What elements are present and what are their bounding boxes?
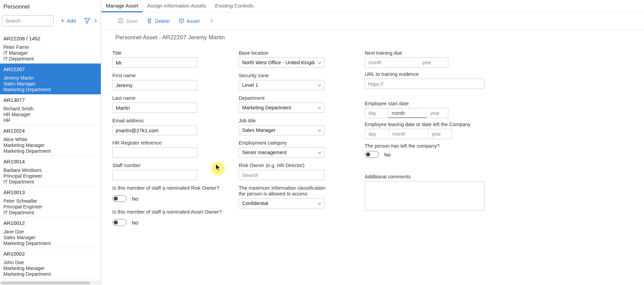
hr-register-input[interactable] [112,147,197,158]
field-label: Next training due [365,50,448,56]
year-segment[interactable]: year [419,58,448,67]
list-item[interactable]: AR10014 Barbara Windsors Principal Engin… [0,156,101,187]
delete-button[interactable]: Delete [146,18,169,25]
max-classification-select[interactable]: Confidential [239,198,324,208]
month-segment[interactable]: month [365,58,419,67]
left-company-toggle[interactable] [365,151,379,158]
tab-bar: Manage Asset Assign Information Assets E… [101,0,644,13]
security-zone-select[interactable]: Level 1 [239,80,324,90]
person-role: Sales Manager [3,81,97,87]
field-label: Additional comments [365,174,485,180]
chevron-down-icon [317,106,322,111]
risk-owner-toggle[interactable] [112,195,127,202]
year-segment[interactable]: year [427,108,448,118]
field-employee-leaving-date: Employee leaving date or date left the C… [365,122,488,139]
person-name: Barbara Windsors [3,167,97,173]
main-content: Manage Asset Assign Information Assets E… [101,0,644,285]
toggle-value: No [384,152,391,158]
person-role: HR Manager [3,112,97,118]
list-item[interactable]: AR12024 Alice White Marketing Manager Ma… [0,125,101,156]
toggle-row: No [365,151,488,158]
sidebar: Personnel + Add AR22208 / 1452 Peter Far… [0,0,101,285]
field-label: Is this member of staff a nominated Risk… [112,185,256,191]
department-select[interactable]: Marketing Department [239,103,324,113]
person-role: Marketing Manager [3,142,97,148]
email-input[interactable] [112,125,197,135]
toggle-row: No [112,195,256,202]
list-item[interactable]: AR10002 John Doe Marketing Manager Marke… [0,248,101,279]
field-label: Job title [239,118,324,124]
tab-assign-information-assets[interactable]: Assign Information Assets [143,0,211,12]
tab-existing-controls[interactable]: Existing Controls [211,0,258,12]
person-dept: Marketing Department [3,271,97,277]
asset-button[interactable]: Asset [179,18,200,25]
field-label: Last name [112,95,197,101]
field-asset-owner-question: Is this member of staff a nominated Asse… [112,209,256,226]
field-left-company: The person has left the company? No [365,143,488,158]
asset-owner-toggle[interactable] [112,219,127,226]
field-hr-register: HR Register reference [112,140,197,158]
field-label: URL to training evidence [365,71,485,77]
field-last-name: Last name [112,95,197,113]
field-label: Is this member of staff a nominated Asse… [112,209,256,215]
field-max-classification: The maximum information classification t… [239,185,326,208]
list-item[interactable]: AR10012 Jane Doe Sales Manager Marketing… [0,217,101,248]
person-role: Sales Manager [3,235,97,241]
field-label: Email address [112,118,197,124]
toolbar-more-chevron-icon[interactable] [209,18,214,24]
person-role: Principal Engineer [3,173,97,179]
toggle-knob [114,196,118,201]
add-button[interactable]: + Add [60,17,76,24]
day-segment[interactable]: day [365,129,389,139]
toolbar: Save Delete Asset [101,13,644,30]
day-segment[interactable]: day [365,108,388,118]
tab-manage-asset[interactable]: Manage Asset [101,0,143,12]
person-name: Alice White [3,137,97,142]
app-window: Personnel + Add AR22208 / 1452 Peter Far… [0,0,644,285]
person-id: AR10014 [3,159,97,164]
year-segment[interactable]: year [428,129,451,139]
month-segment[interactable]: month [388,108,427,118]
toggle-knob [366,152,370,157]
field-label: Risk Owner (e.g. HR Director) [239,163,324,168]
scrollbar-thumb[interactable] [1,282,90,284]
field-label: Staff number [112,163,197,168]
person-role: IT Manager [3,50,97,56]
asset-icon [179,18,184,25]
last-name-input[interactable] [112,103,197,113]
person-dept: Marketing Department [3,241,97,246]
field-staff-number: Staff number [112,163,197,180]
month-segment[interactable]: month [389,129,428,139]
horizontal-scrollbar[interactable] [0,281,101,285]
first-name-input[interactable] [112,80,197,90]
field-label: Employee start date [365,101,448,107]
field-department: Department Marketing Department [239,95,324,113]
filter-icon[interactable] [84,17,90,24]
select-value: Level 1 [242,82,258,88]
field-label: Base location [239,50,324,56]
person-name: Peter Farrer [3,44,97,50]
person-id: AR22207 [3,66,97,72]
additional-comments-textarea[interactable] [365,181,485,211]
save-button[interactable]: Save [118,18,138,25]
asset-button-label: Asset [187,18,200,24]
person-role: Principal Engineer [3,204,97,210]
training-url-input[interactable] [365,79,485,89]
employee-start-date-input: day month year [365,108,448,118]
list-item-selected[interactable]: AR22207 Jeremy Martin Sales Manager Mark… [0,64,101,94]
risk-owner-search-input[interactable] [239,170,324,180]
job-title-select[interactable]: Sales Manager [239,125,324,135]
list-item[interactable]: AR22208 / 1452 Peter Farrer IT Manager I… [0,33,101,64]
staff-number-input[interactable] [112,170,197,180]
list-item[interactable]: AR10013 Peter Schwalbe Principal Enginee… [0,187,101,217]
field-employment-category: Employment category Senior management [239,140,324,158]
field-label: Security zone [239,73,324,79]
list-item[interactable]: AR13077 Richard Smith HR Manager HR [0,94,101,125]
title-input[interactable] [112,57,197,68]
employment-category-select[interactable]: Senior management [239,147,324,158]
base-location-select[interactable]: North West Office - United Kingdom [239,57,324,68]
search-input[interactable] [2,15,54,26]
page-title: Personnel Asset - AR22207 Jeremy Martin [115,34,644,41]
expand-chevron-icon[interactable] [93,18,98,23]
person-dept: Marketing Department [3,148,97,154]
